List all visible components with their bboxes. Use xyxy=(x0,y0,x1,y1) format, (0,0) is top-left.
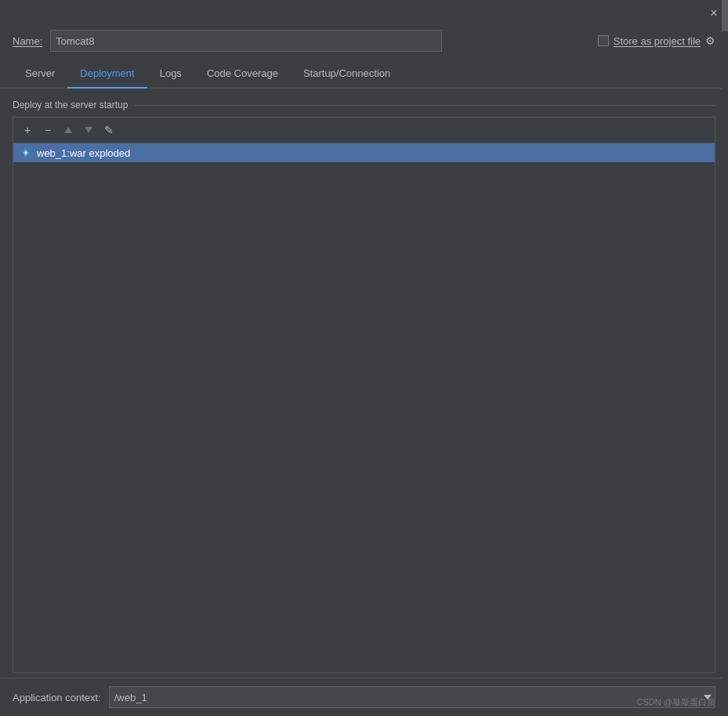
content-area: Deploy at the server startup + − ✎ xyxy=(0,89,728,673)
deploy-list: web_1:war exploded xyxy=(13,143,715,672)
section-divider xyxy=(134,105,715,106)
artifact-icon xyxy=(20,146,32,159)
watermark: CSDN @敲敲蛋白质 xyxy=(637,696,715,708)
close-button[interactable]: × xyxy=(708,7,720,20)
edit-button[interactable]: ✎ xyxy=(100,121,118,139)
bottom-bar: Application context: xyxy=(0,678,728,716)
store-project-area: Store as project file ⚙ xyxy=(598,34,715,47)
run-config-dialog: × Name: Store as project file ⚙ Server D… xyxy=(0,0,728,716)
war-exploded-icon xyxy=(20,146,32,159)
name-label: Name: xyxy=(13,35,42,47)
deploy-panel: + − ✎ xyxy=(13,117,715,673)
svg-point-4 xyxy=(25,152,27,154)
down-arrow-icon xyxy=(85,127,92,133)
tabs-bar: Server Deployment Logs Code Coverage Sta… xyxy=(0,61,728,89)
store-project-label: Store as project file xyxy=(614,35,701,47)
tab-server[interactable]: Server xyxy=(13,61,67,89)
app-context-label: Application context: xyxy=(13,692,101,703)
deploy-toolbar: + − ✎ xyxy=(13,118,715,143)
move-up-button[interactable] xyxy=(59,121,78,139)
add-button[interactable]: + xyxy=(18,121,37,139)
tab-code-coverage[interactable]: Code Coverage xyxy=(194,61,291,89)
header-row: Name: Store as project file ⚙ xyxy=(0,24,728,61)
section-header: Deploy at the server startup xyxy=(13,99,715,110)
tab-logs[interactable]: Logs xyxy=(147,61,194,89)
scrollbar-track[interactable] xyxy=(722,0,728,716)
store-project-checkbox[interactable] xyxy=(598,35,609,46)
gear-icon[interactable]: ⚙ xyxy=(705,34,715,47)
move-down-button[interactable] xyxy=(79,121,98,139)
svg-marker-1 xyxy=(85,127,92,133)
svg-marker-0 xyxy=(64,127,72,133)
remove-button[interactable]: − xyxy=(38,121,57,139)
tab-deployment[interactable]: Deployment xyxy=(67,61,147,89)
up-arrow-icon xyxy=(64,127,72,133)
tab-startup[interactable]: Startup/Connection xyxy=(291,61,403,89)
list-item-label: web_1:war exploded xyxy=(37,147,130,159)
app-context-input[interactable] xyxy=(109,686,700,708)
app-context-input-wrap xyxy=(109,686,715,708)
scrollbar-thumb[interactable] xyxy=(722,0,728,31)
list-item[interactable]: web_1:war exploded xyxy=(13,143,715,162)
name-input[interactable] xyxy=(50,30,442,52)
section-title: Deploy at the server startup xyxy=(13,99,128,110)
title-bar: × xyxy=(0,0,728,24)
